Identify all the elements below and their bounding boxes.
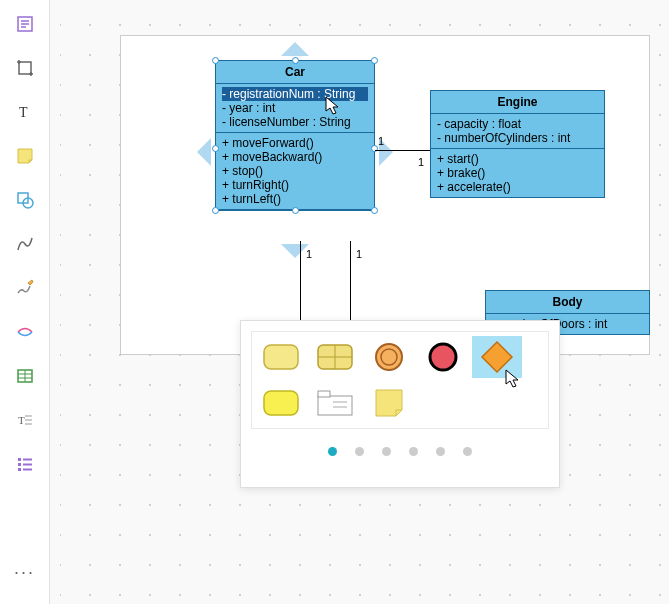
tool-path[interactable] (9, 316, 41, 348)
palette-page-dot[interactable] (328, 447, 337, 456)
palette-page-dot[interactable] (355, 447, 364, 456)
palette-orange-diamond[interactable] (472, 336, 522, 378)
connector-car-engine[interactable] (375, 150, 430, 151)
class-attributes: - registrationNum : String - year : int … (216, 84, 374, 133)
attribute-selected[interactable]: - registrationNum : String (222, 87, 368, 101)
connect-hint-bottom[interactable] (281, 244, 309, 258)
svg-text:T: T (18, 414, 25, 426)
palette-tab-rect[interactable] (310, 382, 360, 424)
palette-note-shape[interactable] (364, 382, 414, 424)
tool-note[interactable] (9, 140, 41, 172)
palette-grid (251, 331, 549, 429)
palette-red-circle[interactable] (418, 336, 468, 378)
palette-orange-ring[interactable] (364, 336, 414, 378)
tool-crop[interactable] (9, 52, 41, 84)
connector-car-down-2[interactable] (350, 241, 351, 321)
palette-page-dot[interactable] (436, 447, 445, 456)
palette-rounded-rect-yellow[interactable] (256, 336, 306, 378)
tool-text-style[interactable]: T (9, 404, 41, 436)
attribute[interactable]: - licenseNumber : String (222, 115, 368, 129)
tool-text[interactable]: T (9, 96, 41, 128)
tool-freehand[interactable] (9, 272, 41, 304)
tool-table[interactable] (9, 360, 41, 392)
class-methods: + start() + brake() + accelerate() (431, 149, 604, 197)
resize-handle[interactable] (212, 207, 219, 214)
method[interactable]: + moveForward() (222, 136, 368, 150)
svg-rect-26 (264, 345, 298, 369)
class-methods: + moveForward() + moveBackward() + stop(… (216, 133, 374, 210)
svg-rect-34 (318, 396, 352, 415)
resize-handle[interactable] (371, 57, 378, 64)
svg-rect-24 (18, 468, 21, 471)
attribute[interactable]: - year : int (222, 101, 368, 115)
svg-rect-20 (18, 458, 21, 461)
tool-sidebar: T T ... (0, 0, 50, 604)
method[interactable]: + accelerate() (437, 180, 598, 194)
palette-rounded-rect-bright[interactable] (256, 382, 306, 424)
tool-shape[interactable] (9, 184, 41, 216)
resize-handle[interactable] (212, 57, 219, 64)
method[interactable]: + turnLeft() (222, 192, 368, 206)
multiplicity: 1 (306, 248, 312, 260)
class-title: Body (486, 291, 649, 314)
multiplicity: 1 (356, 248, 362, 260)
svg-point-32 (430, 344, 456, 370)
shape-palette-popup (240, 320, 560, 488)
diagram-canvas[interactable]: Car - registrationNum : String - year : … (60, 0, 669, 604)
resize-handle[interactable] (212, 145, 219, 152)
tool-text-block[interactable] (9, 8, 41, 40)
palette-page-dot[interactable] (409, 447, 418, 456)
tool-list[interactable] (9, 448, 41, 480)
svg-point-30 (376, 344, 402, 370)
multiplicity: 1 (418, 156, 424, 168)
svg-rect-35 (318, 391, 330, 397)
class-title: Car (216, 61, 374, 84)
class-attributes: - capacity : float - numberOfCylinders :… (431, 114, 604, 149)
connector-car-down-1[interactable] (300, 241, 301, 321)
resize-handle[interactable] (292, 57, 299, 64)
multiplicity: 1 (378, 135, 384, 147)
svg-rect-4 (19, 62, 31, 74)
connect-hint-top[interactable] (281, 42, 309, 56)
uml-class-car[interactable]: Car - registrationNum : String - year : … (215, 60, 375, 211)
method[interactable]: + brake() (437, 166, 598, 180)
resize-handle[interactable] (292, 207, 299, 214)
palette-page-dot[interactable] (463, 447, 472, 456)
method[interactable]: + start() (437, 152, 598, 166)
palette-pagination (251, 447, 549, 456)
uml-class-engine[interactable]: Engine - capacity : float - numberOfCyli… (430, 90, 605, 198)
method[interactable]: + moveBackward() (222, 150, 368, 164)
more-icon: ... (14, 558, 35, 579)
tool-more[interactable]: ... (9, 552, 41, 584)
resize-handle[interactable] (371, 207, 378, 214)
method[interactable]: + stop() (222, 164, 368, 178)
method[interactable]: + turnRight() (222, 178, 368, 192)
palette-page-dot[interactable] (382, 447, 391, 456)
tool-curve[interactable] (9, 228, 41, 260)
connect-hint-left[interactable] (197, 138, 211, 166)
class-title: Engine (431, 91, 604, 114)
svg-rect-33 (264, 391, 298, 415)
attribute[interactable]: - capacity : float (437, 117, 598, 131)
svg-text:T: T (19, 105, 28, 120)
attribute[interactable]: - numberOfCylinders : int (437, 131, 598, 145)
svg-rect-22 (18, 463, 21, 466)
palette-grid-rect[interactable] (310, 336, 360, 378)
